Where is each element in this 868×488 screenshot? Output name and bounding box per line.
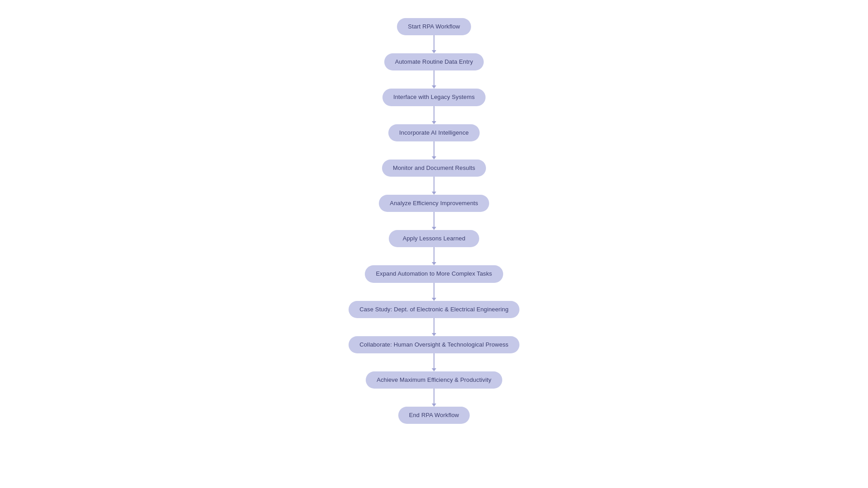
connector-1: [432, 70, 436, 89]
flow-node-collaborate: Collaborate: Human Oversight & Technolog…: [349, 336, 519, 353]
connector-line-0: [434, 35, 434, 51]
flow-node-incorporate: Incorporate AI Intelligence: [388, 124, 480, 141]
flow-node-casestudy: Case Study: Dept. of Electronic & Electr…: [349, 301, 519, 318]
connector-3: [432, 141, 436, 160]
connector-7: [432, 283, 436, 301]
connector-line-5: [434, 212, 434, 227]
flow-node-end: End RPA Workflow: [398, 407, 470, 424]
flow-node-apply: Apply Lessons Learned: [389, 230, 479, 247]
connector-8: [432, 318, 436, 336]
flow-node-interface: Interface with Legacy Systems: [382, 89, 486, 106]
connector-line-9: [434, 353, 434, 369]
connector-line-4: [434, 177, 434, 192]
connector-5: [432, 212, 436, 230]
flow-node-automate: Automate Routine Data Entry: [384, 53, 484, 70]
flow-node-achieve: Achieve Maximum Efficiency & Productivit…: [366, 371, 502, 389]
connector-arrow-1: [432, 85, 436, 89]
connector-arrow-6: [432, 262, 436, 265]
connector-arrow-0: [432, 50, 436, 53]
connector-line-3: [434, 141, 434, 157]
connector-arrow-2: [432, 121, 436, 124]
connector-6: [432, 247, 436, 265]
connector-9: [432, 353, 436, 371]
connector-line-6: [434, 247, 434, 263]
connector-4: [432, 177, 436, 195]
connector-0: [432, 35, 436, 53]
flow-node-analyze: Analyze Efficiency Improvements: [379, 195, 489, 212]
connector-arrow-4: [432, 192, 436, 195]
connector-line-1: [434, 70, 434, 86]
connector-line-2: [434, 106, 434, 122]
connector-arrow-3: [432, 156, 436, 160]
connector-arrow-5: [432, 227, 436, 230]
connector-arrow-10: [432, 404, 436, 407]
flow-node-start: Start RPA Workflow: [397, 18, 471, 35]
flow-node-monitor: Monitor and Document Results: [382, 160, 486, 177]
connector-line-10: [434, 389, 434, 404]
connector-arrow-7: [432, 298, 436, 301]
connector-arrow-9: [432, 368, 436, 371]
connector-10: [432, 389, 436, 407]
flowchart: Start RPA WorkflowAutomate Routine Data …: [349, 9, 519, 442]
connector-2: [432, 106, 436, 124]
flow-node-expand: Expand Automation to More Complex Tasks: [365, 265, 503, 282]
connector-line-7: [434, 283, 434, 298]
connector-arrow-8: [432, 333, 436, 336]
connector-line-8: [434, 318, 434, 333]
